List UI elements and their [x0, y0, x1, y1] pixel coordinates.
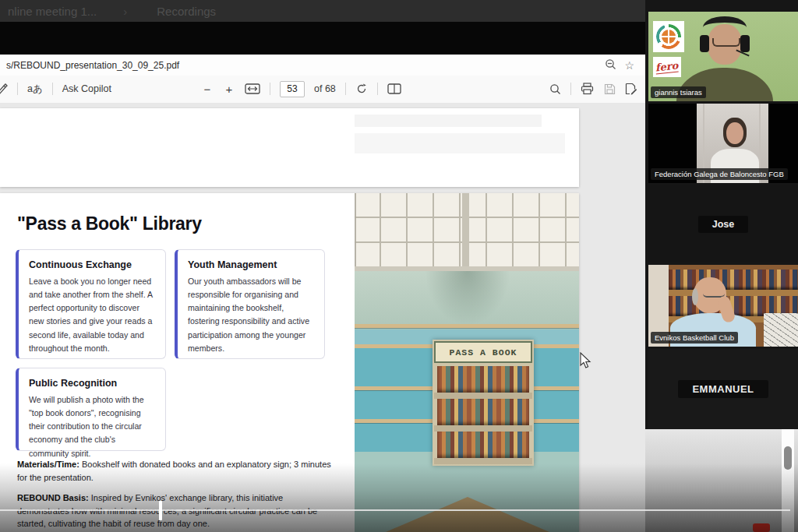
scrollbar-thumb[interactable]	[784, 446, 792, 470]
photo-shelf-bar	[434, 458, 532, 464]
headset-earcup	[740, 35, 750, 52]
card-title: Public Recognition	[29, 378, 155, 389]
pdf-toolbar: aあ Ask Copilot − + of 68	[0, 76, 645, 104]
pass-a-book-sign: PASS A BOOK	[434, 341, 532, 363]
page-view-icon[interactable]	[387, 79, 401, 98]
ask-copilot-button[interactable]: Ask Copilot	[62, 79, 111, 98]
participant-name-label: giannis tsiaras	[651, 86, 706, 98]
tab-recordings[interactable]: Recordings	[157, 5, 216, 18]
participant-name-label: Federación Galega de Baloncesto FGB	[651, 168, 788, 180]
toolbar-separator	[270, 83, 270, 95]
photo-book-row	[437, 432, 529, 458]
screen: nline meeting 1... › Recordings s/REBOUN…	[0, 0, 798, 532]
participant-name-label: EMMANUEL	[678, 380, 768, 398]
address-bar[interactable]: s/REBOUND_presentation_30_09_25.pdf ☆	[0, 55, 645, 76]
photo-shelf-bar	[434, 393, 532, 399]
photo-window-post	[462, 193, 469, 268]
mouse-cursor	[580, 352, 592, 372]
zoom-out-button[interactable]: −	[201, 79, 214, 98]
fit-to-width-icon[interactable]	[245, 79, 260, 98]
materials-time-label: Materials/Time:	[17, 460, 79, 469]
draw-pen-icon[interactable]	[0, 79, 8, 98]
background-poster	[764, 313, 798, 347]
page-total-label: of 68	[314, 83, 336, 94]
fero-logo: fero	[653, 57, 681, 77]
card-title: Continuous Exchange	[29, 259, 155, 270]
favorites-star-icon[interactable]: ☆	[624, 59, 634, 72]
basketball-club-logo	[653, 21, 684, 52]
url-text[interactable]: s/REBOUND_presentation_30_09_25.pdf	[6, 60, 179, 71]
letterbox-band	[0, 22, 645, 55]
search-icon[interactable]	[549, 79, 561, 98]
rebound-basis-label: REBOUND Basis:	[17, 493, 89, 502]
save-as-icon[interactable]	[625, 79, 637, 98]
participant-tile-emmanuel[interactable]: EMMANUEL	[648, 349, 798, 429]
toolbar-separator	[570, 83, 571, 95]
rotate-icon[interactable]	[355, 79, 368, 98]
photo-shelf-bar	[434, 425, 532, 432]
print-icon[interactable]	[581, 79, 594, 98]
participants-panel: fero giannis tsiaras Federación Galega d…	[645, 0, 798, 429]
participant-tile-evnikos[interactable]: Evnikos Basketball Club	[648, 265, 798, 347]
slide-title: "Pass a Book" Library	[17, 213, 202, 234]
card-youth-management: Youth Management Our youth ambassadors w…	[175, 249, 325, 359]
glasses	[712, 38, 740, 47]
card-body: Our youth ambassadors will be responsibl…	[188, 275, 314, 355]
photo-wood-rail	[355, 324, 579, 328]
participant-hair	[692, 288, 698, 305]
photo-book-row	[437, 399, 529, 425]
zoom-in-button[interactable]: +	[223, 79, 235, 98]
toolbar-separator	[52, 83, 53, 95]
faint-content-block	[355, 115, 542, 127]
participant-name-label: Evnikos Basketball Club	[651, 332, 738, 344]
toolbar-separator	[17, 83, 18, 95]
pdf-page-previous	[0, 108, 579, 187]
fero-logo-text: fero	[655, 60, 680, 75]
toolbar-separator	[345, 83, 346, 95]
faint-content-block	[355, 133, 565, 153]
tab-meeting[interactable]: nline meeting 1...	[8, 5, 97, 18]
participant-name-label: Jose	[698, 216, 749, 233]
video-playhead[interactable]	[159, 501, 162, 520]
pdf-viewer[interactable]: "Pass a Book" Library Continuous Exchang…	[0, 103, 645, 532]
headset-earcup	[700, 35, 709, 52]
materials-time-paragraph: Materials/Time: Bookshelf with donated b…	[17, 458, 335, 484]
background-books	[669, 270, 798, 290]
pdf-page-current: "Pass a Book" Library Continuous Exchang…	[0, 193, 579, 532]
library-photo: PASS A BOOK	[355, 193, 579, 532]
card-title: Youth Management	[188, 259, 314, 270]
photo-bookshelf: PASS A BOOK	[433, 340, 534, 466]
video-progress-bar[interactable]	[0, 509, 790, 511]
player-red-element	[753, 523, 770, 532]
participant-tile-giannis[interactable]: fero giannis tsiaras	[648, 12, 798, 101]
card-continuous-exchange: Continuous Exchange Leave a book you no …	[16, 249, 166, 359]
page-background	[645, 429, 798, 532]
page-number-input[interactable]	[280, 81, 305, 97]
photo-corner-shadow	[425, 271, 510, 326]
card-body: Leave a book you no longer need and take…	[29, 275, 155, 355]
breadcrumb-separator-icon: ›	[123, 5, 127, 18]
read-aloud-icon[interactable]: aあ	[27, 79, 43, 98]
card-public-recognition: Public Recognition We will publish a pho…	[16, 368, 166, 451]
zoom-out-page-icon[interactable]	[605, 58, 616, 72]
browser-tab-bar: nline meeting 1... › Recordings	[0, 0, 645, 22]
participant-tile-jose[interactable]: Jose	[648, 185, 798, 262]
scrollbar-track[interactable]	[782, 429, 794, 532]
card-body: We will publish a photo with the "top bo…	[29, 393, 155, 460]
participant-face	[726, 122, 743, 144]
photo-book-row	[437, 366, 529, 393]
toolbar-separator	[377, 83, 378, 95]
save-icon[interactable]	[603, 79, 616, 98]
participant-tile-fgb[interactable]: Federación Galega de Baloncesto FGB	[648, 104, 798, 183]
background-shelf	[669, 290, 798, 296]
